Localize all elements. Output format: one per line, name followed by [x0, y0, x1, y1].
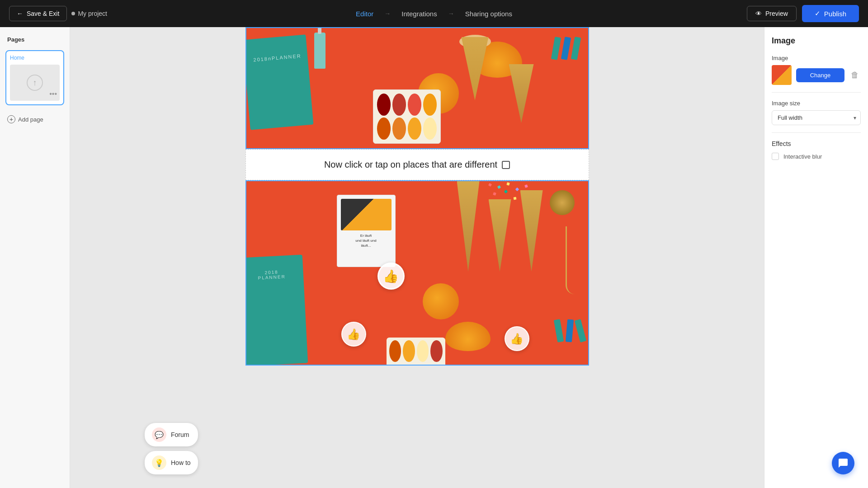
- palette-dot: [423, 94, 437, 116]
- divider-1: [772, 92, 861, 93]
- orange-bottom: [423, 283, 459, 319]
- palette-dot-b4: [430, 340, 443, 362]
- palette-bottom: [387, 338, 445, 365]
- main-area: Pages Home ↑ ••• + Add page: [0, 27, 868, 488]
- thumbs-up-2: 👍: [341, 322, 366, 347]
- text-block-checkbox-icon: [502, 161, 510, 169]
- curly-wire: [566, 226, 579, 294]
- palette-dot: [423, 117, 437, 140]
- palette-dot-b2: [403, 340, 415, 362]
- right-panel: Image Image Change 🗑 Image size Full wid…: [764, 27, 868, 488]
- forum-label: Forum: [171, 431, 189, 438]
- canvas-text-content: Now click or tap on places that are diff…: [324, 160, 510, 170]
- nav-step-sharing[interactable]: Sharing options: [462, 8, 516, 19]
- notebook-top: [245, 34, 313, 130]
- page-thumb-icon: ↑: [27, 75, 43, 91]
- project-name: My project: [71, 10, 107, 17]
- image-size-label: Image size: [772, 100, 861, 107]
- interactive-blur-row: Interactive blur: [772, 153, 861, 160]
- spool: [550, 190, 575, 215]
- nav-step-integrations[interactable]: Integrations: [398, 8, 440, 19]
- image-section-label: Image: [772, 55, 861, 61]
- image-size-select[interactable]: Full width Medium Small: [772, 110, 861, 125]
- page-card-menu-icon[interactable]: •••: [49, 90, 57, 98]
- clip-b1: [553, 319, 563, 343]
- canvas-text: Now click or tap on places that are diff…: [324, 160, 497, 170]
- notebook-bottom: 2018PLANNER: [245, 255, 308, 366]
- palette-dot: [377, 94, 391, 116]
- palette-dot: [408, 117, 421, 140]
- clothespins-top: [553, 37, 579, 60]
- eye-icon: 👁: [755, 10, 762, 17]
- palette-dot: [377, 117, 391, 140]
- add-page-label: Add page: [18, 116, 43, 123]
- palette-dot-b1: [389, 340, 401, 362]
- cone-b1: [457, 181, 480, 272]
- topnav-right: 👁 Preview ✓ Publish: [747, 5, 859, 22]
- preview-button[interactable]: 👁 Preview: [747, 6, 797, 21]
- nav-arrow-2: →: [448, 10, 454, 17]
- left-sidebar: Pages Home ↑ ••• + Add page: [0, 27, 70, 488]
- car-card: Er läuftund läuft undläuft...: [337, 195, 396, 267]
- home-page-label: Home: [10, 55, 60, 61]
- floating-buttons: 💬 Forum 💡 How to: [145, 423, 198, 474]
- nav-arrow-1: →: [384, 10, 391, 17]
- add-page-plus-icon: +: [7, 115, 15, 123]
- save-exit-button[interactable]: ← Save & Exit: [9, 6, 67, 21]
- topnav: ← Save & Exit My project Editor → Integr…: [0, 0, 868, 27]
- cone-b2: [489, 199, 511, 272]
- effects-title: Effects: [772, 140, 861, 147]
- home-page-card[interactable]: Home ↑ •••: [5, 50, 64, 105]
- interactive-blur-label: Interactive blur: [783, 153, 822, 160]
- image-row: Change 🗑: [772, 65, 861, 85]
- clip-1: [551, 37, 561, 60]
- effects-section: Effects Interactive blur: [772, 140, 861, 160]
- palette-dot: [392, 117, 406, 140]
- back-arrow-icon: ←: [17, 10, 23, 17]
- topnav-left: ← Save & Exit My project: [9, 6, 107, 21]
- canvas-area: Now click or tap on places that are diff…: [70, 27, 764, 488]
- image-thumb-inner: [772, 65, 792, 85]
- add-page-button[interactable]: + Add page: [5, 113, 64, 126]
- check-icon: ✓: [815, 9, 821, 18]
- nail-polish: [314, 33, 326, 69]
- home-page-thumbnail: ↑ •••: [10, 65, 60, 101]
- chat-bubble-icon: [838, 458, 849, 469]
- nav-step-editor[interactable]: Editor: [352, 8, 377, 19]
- clip-2: [561, 37, 571, 60]
- canvas-content: Now click or tap on places that are diff…: [245, 27, 589, 366]
- forum-button[interactable]: 💬 Forum: [145, 423, 198, 446]
- makeup-palette: [373, 89, 441, 144]
- how-to-icon: 💡: [152, 455, 166, 470]
- pages-title: Pages: [5, 36, 64, 43]
- clothespins-bottom: [556, 319, 584, 342]
- image-size-select-wrapper: Full width Medium Small ▾: [772, 110, 861, 125]
- cone-b3: [520, 190, 543, 272]
- delete-image-button[interactable]: 🗑: [849, 69, 861, 82]
- project-dot-icon: [71, 12, 75, 15]
- thumbs-up-1: 👍: [377, 263, 405, 290]
- save-exit-label: Save & Exit: [27, 10, 59, 17]
- forum-icon: 💬: [152, 427, 166, 442]
- how-to-button[interactable]: 💡 How to: [145, 451, 198, 474]
- divider-2: [772, 132, 861, 133]
- interactive-blur-checkbox[interactable]: [772, 153, 779, 160]
- notebook-text: 2018PLANNER: [245, 255, 304, 295]
- panel-title: Image: [772, 36, 861, 46]
- palette-dot-b3: [417, 340, 429, 362]
- car-card-text: Er läuftund läuft undläuft...: [355, 233, 376, 249]
- car-image: [341, 199, 392, 230]
- change-image-button[interactable]: Change: [796, 68, 844, 82]
- how-to-label: How to: [171, 459, 191, 466]
- publish-button[interactable]: ✓ Publish: [802, 5, 859, 22]
- cones-bottom: [457, 181, 543, 272]
- image-thumbnail: [772, 65, 792, 85]
- chat-bubble-button[interactable]: [832, 452, 854, 474]
- thumbs-up-3: 👍: [505, 326, 529, 351]
- topnav-center: Editor → Integrations → Sharing options: [352, 8, 516, 19]
- clip-b2: [565, 319, 573, 342]
- canvas-image-bottom[interactable]: 2018PLANNER Er läuftund läuft undläuft..…: [245, 180, 589, 366]
- canvas-text-block[interactable]: Now click or tap on places that are diff…: [245, 149, 589, 180]
- canvas-image-top[interactable]: [245, 27, 589, 149]
- palette-dot: [392, 94, 406, 116]
